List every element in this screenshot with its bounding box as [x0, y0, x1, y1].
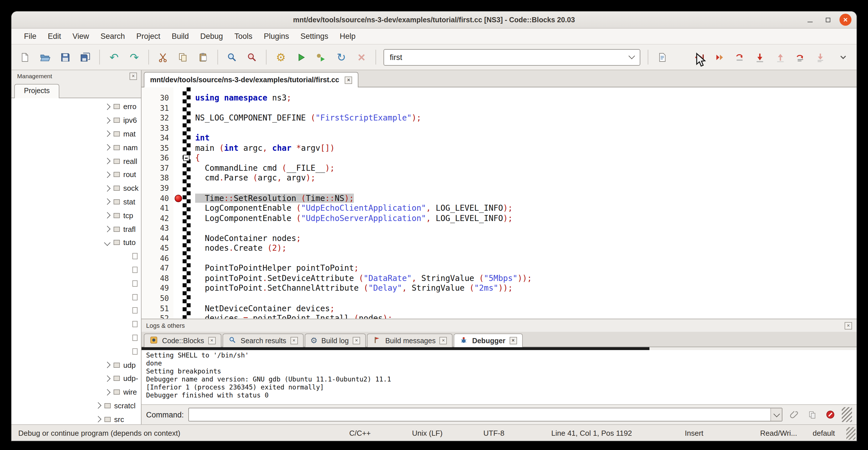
chevron-right-icon[interactable] [104, 171, 111, 178]
menu-search[interactable]: Search [95, 30, 131, 43]
chevron-right-icon[interactable] [104, 199, 111, 205]
menu-project[interactable]: Project [131, 30, 166, 43]
chevron-right-icon[interactable] [104, 144, 111, 151]
logs-tab-code--blocks[interactable]: Code::Blocks× [144, 333, 221, 347]
tab-close-icon[interactable]: × [509, 337, 517, 344]
titlebar[interactable]: mnt/dev/tools/source/ns-3-dev/examples/t… [11, 11, 857, 29]
chevron-right-icon[interactable] [104, 226, 111, 233]
chevron-right-icon[interactable] [104, 362, 111, 368]
chevron-right-icon[interactable] [104, 131, 111, 137]
tree-item-fif[interactable]: fif [11, 249, 141, 263]
tree-item-tcp[interactable]: tcp [11, 209, 141, 222]
tree-item-he[interactable]: he [11, 290, 141, 304]
menu-edit[interactable]: Edit [42, 30, 67, 43]
tree-item-nam[interactable]: nam [11, 141, 141, 154]
step-into-instruction-icon[interactable] [811, 49, 830, 66]
logs-close-icon[interactable]: × [845, 322, 852, 329]
editor-tab-first-cc[interactable]: mnt/dev/tools/source/ns-3-dev/examples/t… [144, 72, 359, 87]
menu-debug[interactable]: Debug [195, 30, 229, 43]
rebuild-icon[interactable]: ↻ [333, 49, 350, 66]
build-and-run-icon[interactable] [312, 49, 330, 66]
tab-close-icon[interactable]: × [208, 337, 215, 344]
logs-tab-build-messages[interactable]: Build messages× [367, 333, 453, 347]
tree-item-src[interactable]: src [11, 413, 141, 424]
tree-item-se[interactable]: se [11, 304, 141, 318]
menu-settings[interactable]: Settings [295, 30, 334, 43]
chevron-right-icon[interactable] [104, 375, 111, 382]
undo-icon[interactable]: ↶ [105, 49, 123, 66]
tab-projects[interactable]: Projects [14, 84, 59, 98]
menu-view[interactable]: View [67, 30, 95, 43]
abort-build-icon[interactable] [352, 49, 370, 66]
logs-tab-build-log[interactable]: ⚙Build log× [305, 333, 366, 347]
chevron-right-icon[interactable] [95, 416, 101, 423]
run-icon[interactable] [292, 49, 310, 66]
tree-item-ipv6[interactable]: ipv6 [11, 114, 141, 127]
tree-item-stat[interactable]: stat [11, 195, 141, 209]
chevron-right-icon[interactable] [104, 117, 111, 124]
tree-item-six[interactable]: six [11, 331, 141, 344]
step-out-icon[interactable] [771, 49, 789, 66]
fold-marker[interactable] [183, 155, 189, 161]
menu-plugins[interactable]: Plugins [258, 30, 295, 43]
build-icon[interactable]: ⚙ [272, 49, 290, 66]
tree-item-mat[interactable]: mat [11, 127, 141, 141]
tree-item-wire[interactable]: wire [11, 385, 141, 399]
command-input[interactable] [188, 408, 782, 421]
tree-item-scratcl[interactable]: scratcl [11, 399, 141, 413]
debug-continue-icon[interactable] [691, 49, 709, 66]
menu-help[interactable]: Help [334, 30, 362, 43]
command-dropdown-button[interactable] [770, 408, 782, 421]
tree-item-sock[interactable]: sock [11, 182, 141, 195]
maximize-button[interactable] [822, 14, 834, 26]
tree-item-reall[interactable]: reall [11, 154, 141, 168]
find-icon[interactable] [223, 49, 241, 66]
chevron-right-icon[interactable] [104, 185, 111, 191]
chevron-down-icon[interactable] [629, 53, 635, 59]
copy-icon[interactable] [174, 49, 192, 66]
chevron-right-icon[interactable] [104, 158, 111, 164]
close-button[interactable]: × [839, 14, 851, 26]
next-instruction-icon[interactable] [792, 49, 809, 66]
code-editor[interactable]: 3031323334353637383940414243444546474849… [142, 87, 857, 319]
minimize-button[interactable] [804, 14, 816, 26]
cut-icon[interactable] [154, 49, 172, 66]
tree-item-rout[interactable]: rout [11, 168, 141, 182]
compile-current-file-icon[interactable] [653, 49, 672, 66]
chevron-down-icon[interactable] [104, 239, 111, 246]
menu-tools[interactable]: Tools [228, 30, 258, 43]
redo-icon[interactable]: ↷ [125, 49, 143, 66]
code-area[interactable]: using namespace ns3;NS_LOG_COMPONENT_DEF… [191, 87, 857, 319]
tree-item-trafl[interactable]: trafl [11, 222, 141, 236]
paste-icon[interactable] [194, 49, 212, 66]
editor-tab-close-icon[interactable]: × [345, 76, 352, 84]
copy-log-icon[interactable] [805, 408, 819, 421]
toolbar-overflow-chevron-icon[interactable] [834, 49, 852, 66]
chevron-right-icon[interactable] [104, 212, 111, 219]
logs-tab-search-results[interactable]: Search results× [222, 333, 303, 347]
tree-item-fir[interactable]: fir [11, 263, 141, 277]
tree-item-se[interactable]: se [11, 318, 141, 331]
tab-close-icon[interactable]: × [290, 337, 298, 344]
resize-grip[interactable] [842, 407, 852, 422]
open-file-icon[interactable] [36, 49, 54, 66]
chevron-right-icon[interactable] [104, 103, 111, 110]
tree-item-fo[interactable]: fo [11, 277, 141, 290]
tree-item-udp[interactable]: udp- [11, 372, 141, 386]
tab-close-icon[interactable]: × [353, 337, 360, 344]
chevron-right-icon[interactable] [104, 389, 111, 395]
save-icon[interactable] [56, 49, 74, 66]
tab-close-icon[interactable]: × [440, 337, 447, 344]
chevron-right-icon[interactable] [95, 402, 101, 409]
tree-item-udp[interactable]: udp [11, 358, 141, 372]
logs-tab-debugger[interactable]: Debugger× [454, 333, 523, 347]
breakpoint-margin[interactable] [174, 87, 183, 319]
statusbar-resize-grip[interactable] [846, 427, 856, 440]
tree-item-erro[interactable]: erro [11, 100, 141, 114]
run-to-cursor-icon[interactable] [711, 49, 729, 66]
tree-item-th[interactable]: th [11, 344, 141, 358]
save-all-icon[interactable] [76, 49, 94, 66]
step-into-icon[interactable] [751, 49, 769, 66]
search-combo[interactable]: first [383, 49, 640, 65]
breakpoint-marker[interactable] [175, 194, 182, 202]
